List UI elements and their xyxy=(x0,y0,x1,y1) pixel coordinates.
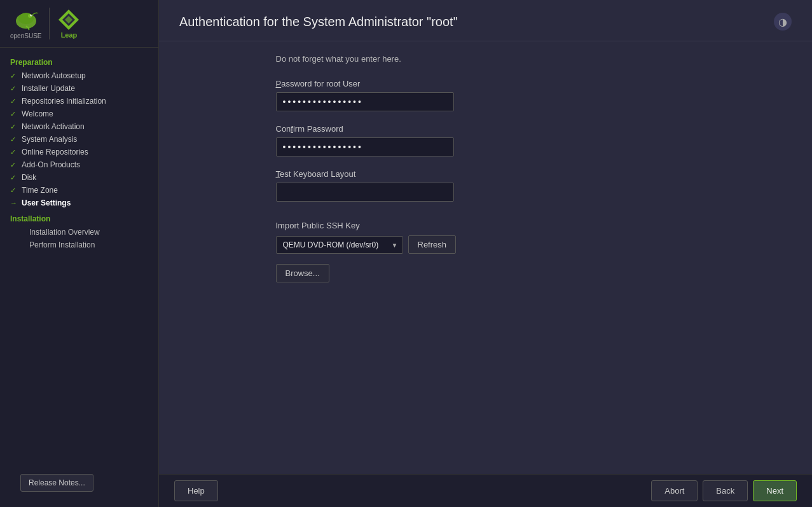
abort-button[interactable]: Abort xyxy=(651,480,698,501)
check-icon: ✓ xyxy=(10,123,18,131)
auth-form: Do not forget what you enter here. Passw… xyxy=(276,54,696,282)
sidebar-item-installer-update[interactable]: ✓ Installer Update xyxy=(0,82,158,95)
content-body: Do not forget what you enter here. Passw… xyxy=(159,41,812,474)
sidebar-item-label: Add-On Products xyxy=(22,160,80,169)
check-icon: ✓ xyxy=(10,135,18,144)
installation-section-header: Installation xyxy=(0,209,158,226)
ssh-controls: QEMU DVD-ROM (/dev/sr0) ▼ Refresh xyxy=(276,235,696,254)
sidebar-item-label: Time Zone xyxy=(22,186,58,195)
sidebar-item-label: Welcome xyxy=(22,109,53,118)
confirm-password-label: Confirm Password xyxy=(276,124,696,134)
check-icon: ✓ xyxy=(10,174,18,182)
sidebar-navigation: Preparation ✓ Network Autosetup ✓ Instal… xyxy=(0,48,158,459)
footer-right-buttons: Abort Back Next xyxy=(651,480,797,501)
check-icon: ✓ xyxy=(10,72,18,80)
sidebar-item-label: Network Autosetup xyxy=(22,71,86,80)
back-button[interactable]: Back xyxy=(703,480,748,501)
sidebar-item-label: System Analysis xyxy=(22,135,77,144)
sidebar-item-repositories-initialization[interactable]: ✓ Repositories Initialization xyxy=(0,95,158,108)
content-area: Authentication for the System Administra… xyxy=(159,0,812,474)
sidebar-item-label: Installation Overview xyxy=(29,228,100,237)
theme-toggle-button[interactable]: ◑ xyxy=(774,13,792,31)
keyboard-layout-group: Test Keyboard Layout xyxy=(276,169,696,202)
help-button[interactable]: Help xyxy=(174,480,218,501)
sidebar-item-add-on-products[interactable]: ✓ Add-On Products xyxy=(0,158,158,171)
opensuse-text: openSUSE xyxy=(10,32,41,39)
check-icon: ✓ xyxy=(10,186,18,195)
empty-icon xyxy=(18,240,25,249)
keyboard-layout-input[interactable] xyxy=(276,183,454,202)
ssh-label: Import Public SSH Key xyxy=(276,221,696,230)
check-icon: ✓ xyxy=(10,110,18,118)
sidebar-item-installation-overview[interactable]: Installation Overview xyxy=(0,226,158,239)
sidebar-item-label: User Settings xyxy=(22,198,71,207)
check-icon: ✓ xyxy=(10,161,18,169)
page-title: Authentication for the System Administra… xyxy=(179,15,458,29)
sidebar-item-label: Repositories Initialization xyxy=(22,97,106,106)
svg-point-3 xyxy=(30,14,32,16)
hint-text: Do not forget what you enter here. xyxy=(276,54,696,64)
sidebar-item-time-zone[interactable]: ✓ Time Zone xyxy=(0,184,158,197)
sidebar-item-network-activation[interactable]: ✓ Network Activation xyxy=(0,120,158,133)
password-label: Password for root User xyxy=(276,79,696,88)
release-notes-button[interactable]: Release Notes... xyxy=(20,474,93,492)
content-header: Authentication for the System Administra… xyxy=(159,0,812,41)
empty-icon xyxy=(18,228,25,237)
opensuse-logo: openSUSE xyxy=(10,8,41,39)
preparation-section-header: Preparation xyxy=(0,53,158,69)
password-input[interactable] xyxy=(276,92,454,111)
refresh-button[interactable]: Refresh xyxy=(408,235,457,254)
logo-area: openSUSE Leap xyxy=(0,0,158,48)
arrow-icon: → xyxy=(10,199,18,207)
sidebar-item-online-repositories[interactable]: ✓ Online Repositories xyxy=(0,146,158,158)
ssh-device-select[interactable]: QEMU DVD-ROM (/dev/sr0) xyxy=(276,236,403,254)
sidebar-item-user-settings[interactable]: → User Settings xyxy=(0,197,158,209)
logo-divider xyxy=(49,8,50,39)
check-icon: ✓ xyxy=(10,148,18,156)
ssh-device-wrapper: QEMU DVD-ROM (/dev/sr0) ▼ xyxy=(276,236,403,254)
svg-point-4 xyxy=(31,14,32,15)
check-icon: ✓ xyxy=(10,97,18,106)
ssh-section: Import Public SSH Key QEMU DVD-ROM (/dev… xyxy=(276,221,696,282)
sidebar-item-system-analysis[interactable]: ✓ System Analysis xyxy=(0,133,158,146)
leap-text: Leap xyxy=(61,31,78,39)
leap-logo: Leap xyxy=(57,8,80,39)
password-group: Password for root User xyxy=(276,79,696,111)
sidebar-item-label: Network Activation xyxy=(22,122,85,131)
sidebar-item-label: Online Repositories xyxy=(22,148,88,156)
sidebar-item-perform-installation[interactable]: Perform Installation xyxy=(0,239,158,251)
sidebar-item-disk[interactable]: ✓ Disk xyxy=(0,171,158,184)
sidebar-item-label: Installer Update xyxy=(22,84,75,93)
sidebar: openSUSE Leap Preparation ✓ Network Auto… xyxy=(0,0,159,507)
keyboard-layout-label: Test Keyboard Layout xyxy=(276,169,696,179)
sidebar-item-label: Disk xyxy=(22,173,36,182)
browse-button[interactable]: Browse... xyxy=(276,264,329,282)
sidebar-item-label: Perform Installation xyxy=(29,240,95,249)
footer-left-buttons: Help xyxy=(174,480,218,501)
confirm-password-group: Confirm Password xyxy=(276,124,696,156)
confirm-password-input[interactable] xyxy=(276,137,454,156)
check-icon: ✓ xyxy=(10,85,18,93)
next-button[interactable]: Next xyxy=(753,480,797,501)
footer: Help Abort Back Next xyxy=(159,474,812,507)
sidebar-item-network-autosetup[interactable]: ✓ Network Autosetup xyxy=(0,69,158,82)
sidebar-item-welcome[interactable]: ✓ Welcome xyxy=(0,108,158,120)
